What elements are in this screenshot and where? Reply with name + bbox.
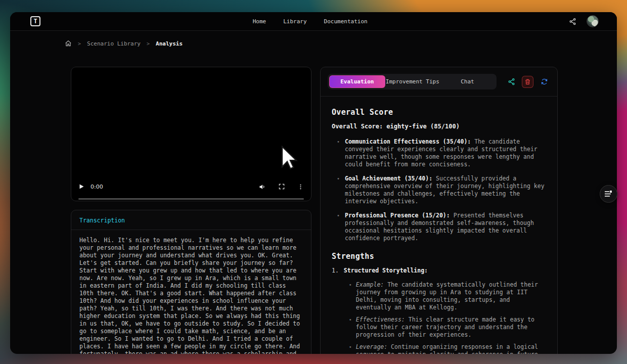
criterion-title: Communication Effectiveness (35/40): [345,138,471,145]
strengths-heading: Strengths [332,253,546,260]
point-label: Example: [356,281,384,288]
overall-score-heading: Overall Score [332,109,546,116]
transcription-title: Transcription [71,210,311,230]
strength-item: 1. Structured Storytelling: Example: The… [332,267,546,354]
tab-evaluation[interactable]: Evaluation [329,75,385,88]
volume-icon[interactable] [258,183,266,191]
share-analysis-icon[interactable] [506,76,517,88]
refresh-icon[interactable] [539,76,550,88]
video-controls: 0:00 [71,177,311,196]
overall-score-value: Overall Score: eighty-five (85/100) [332,123,546,130]
breadcrumb: > Scenario Library > Analysis [65,40,183,47]
nav-item-documentation[interactable]: Documentation [324,18,368,25]
main-nav: Home Library Documentation [253,12,368,31]
strength-number: 1. [332,267,339,354]
analysis-panel: Evaluation Improvement Tips Chat [320,67,558,354]
evaluation-content: Overall Score Overall Score: eighty-five… [321,97,557,354]
breadcrumb-scenario-library[interactable]: Scenario Library [87,40,141,47]
tab-improvement-tips[interactable]: Improvement Tips [385,75,440,88]
home-icon[interactable] [65,40,72,47]
criterion-item: Goal Achievement (35/40): Successfully p… [339,175,546,205]
criterion-item: Communication Effectiveness (35/40): The… [339,138,546,168]
point-label: Effectiveness: [356,316,405,323]
transcription-text: Hello. Hi. It's nice to meet you. I'm he… [71,230,311,354]
tab-chat[interactable]: Chat [440,75,495,88]
criterion-title: Goal Achievement (35/40): [345,175,432,182]
side-panel-toggle-button[interactable] [600,185,617,203]
analysis-tabbar: Evaluation Improvement Tips Chat [328,74,497,89]
user-avatar[interactable] [587,15,599,27]
nav-item-library[interactable]: Library [283,18,306,25]
video-progress-bar[interactable] [78,198,304,200]
play-icon[interactable] [78,184,84,190]
kebab-menu-icon[interactable] [297,184,304,190]
criteria-list: Communication Effectiveness (35/40): The… [339,138,546,242]
point-label: Leverage: [356,343,387,350]
strength-point: Effectiveness: This clear structure made… [350,316,546,339]
share-icon[interactable] [569,18,576,25]
filter-lines-icon [605,191,612,197]
strength-points: Example: The candidate systematically ou… [350,281,546,354]
breadcrumb-analysis: Analysis [156,40,183,47]
strength-point: Leverage: Continue organizing responses … [350,343,546,354]
nav-item-home[interactable]: Home [253,18,266,25]
strength-title: Structured Storytelling: [344,267,428,274]
breadcrumb-separator: > [78,41,81,47]
fullscreen-icon[interactable] [278,183,285,190]
delete-button[interactable] [522,76,533,88]
strength-point: Example: The candidate systematically ou… [350,281,546,311]
criterion-title: Professional Presence (15/20): [345,212,450,219]
breadcrumb-separator: > [147,41,150,47]
transcription-panel: Transcription Hello. Hi. It's nice to me… [71,210,311,354]
app-logo[interactable]: T [30,16,40,26]
analysis-header: Evaluation Improvement Tips Chat [321,67,557,97]
criterion-item: Professional Presence (15/20): Presented… [339,212,546,242]
video-timestamp: 0:00 [91,184,103,190]
top-nav-bar: T Home Library Documentation [10,12,617,31]
video-player[interactable]: 0:00 [71,67,311,201]
app-window: T Home Library Documentation > Scenario … [10,12,617,354]
topbar-right [569,15,599,27]
